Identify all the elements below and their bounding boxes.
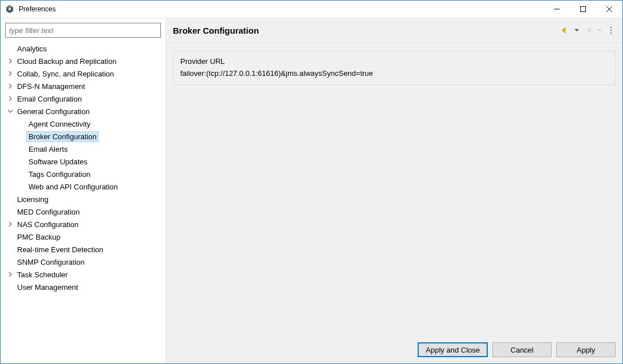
chevron-right-icon[interactable] [6, 82, 14, 90]
apply-button[interactable]: Apply [556, 342, 616, 357]
preferences-window: Preferences AnalyticsCloud Backup and Re… [0, 0, 623, 364]
cancel-button[interactable]: Cancel [492, 342, 552, 357]
provider-url-value: failover:(tcp://127.0.0.1:61616)&jms.alw… [180, 69, 608, 78]
tree-item-label: Licensing [15, 195, 50, 204]
tree-item[interactable]: MED Configuration [5, 205, 161, 218]
view-menu-icon[interactable] [606, 26, 616, 35]
svg-point-2 [9, 8, 11, 10]
back-icon[interactable] [561, 26, 570, 35]
tree-item[interactable]: Tags Configuration [5, 168, 161, 180]
tree-item-label: Cloud Backup and Replication [15, 56, 118, 66]
window-title: Preferences [19, 5, 56, 13]
chevron-right-icon[interactable] [6, 220, 14, 228]
tree-item[interactable]: General Configuration [5, 105, 161, 118]
tree-item-label: Real-time Event Detection [15, 245, 105, 254]
tree-item[interactable]: Broker Configuration [5, 130, 161, 143]
tree-item-label: MED Configuration [15, 207, 82, 217]
forward-menu-icon[interactable] [595, 26, 604, 35]
tree-item-label: Task Scheduler [15, 270, 70, 280]
tree-item-label: Analytics [15, 44, 48, 54]
tree-item[interactable]: Software Updates [5, 155, 161, 168]
tree-item[interactable]: SNMP Configuration [5, 256, 161, 268]
page-title: Broker Configuration [173, 26, 561, 35]
window-controls [544, 1, 622, 18]
tree-item-label: Collab, Sync, and Replication [15, 69, 116, 79]
chevron-down-icon[interactable] [6, 107, 14, 115]
provider-url-label: Provider URL [180, 57, 608, 66]
svg-point-4 [610, 27, 612, 28]
close-button[interactable] [596, 1, 622, 18]
sidebar: AnalyticsCloud Backup and ReplicationCol… [1, 18, 166, 363]
maximize-button[interactable] [570, 1, 596, 18]
svg-point-5 [610, 30, 612, 31]
tree-item-label: Software Updates [27, 157, 89, 167]
filter-input[interactable] [5, 23, 161, 38]
tree-item-label: Broker Configuration [27, 132, 98, 141]
forward-icon[interactable] [584, 26, 593, 35]
tree-item-label: Email Configuration [15, 94, 83, 104]
tree-item[interactable]: Web and API Configuration [5, 180, 161, 193]
app-icon [5, 5, 14, 14]
tree-item[interactable]: Email Alerts [5, 143, 161, 155]
tree-item[interactable]: Cloud Backup and Replication [5, 55, 161, 67]
dialog-body: AnalyticsCloud Backup and ReplicationCol… [1, 18, 622, 363]
header-toolbar [561, 26, 616, 35]
tree-item-label: General Configuration [15, 107, 91, 116]
tree-item[interactable]: Real-time Event Detection [5, 243, 161, 256]
tree-item[interactable]: Task Scheduler [5, 268, 161, 281]
chevron-right-icon[interactable] [6, 95, 14, 103]
tree-item-label: SNMP Configuration [15, 257, 86, 267]
back-menu-icon[interactable] [572, 26, 581, 35]
tree-item-label: Tags Configuration [27, 169, 92, 179]
tree-item-label: Agent Connectivity [27, 119, 92, 129]
preferences-tree[interactable]: AnalyticsCloud Backup and ReplicationCol… [5, 42, 161, 359]
provider-url-group: Provider URL failover:(tcp://127.0.0.1:6… [173, 51, 616, 85]
tree-item-label: PMC Backup [15, 232, 62, 242]
tree-item-label: NAS Configuration [15, 220, 80, 229]
tree-item[interactable]: Analytics [5, 42, 161, 55]
tree-item[interactable]: PMC Backup [5, 230, 161, 243]
tree-item[interactable]: Email Configuration [5, 92, 161, 105]
content-pane: Broker Configuration [166, 18, 622, 363]
tree-item-label: Email Alerts [27, 144, 70, 154]
chevron-right-icon[interactable] [6, 57, 14, 65]
tree-item[interactable]: DFS-N Management [5, 80, 161, 92]
tree-item[interactable]: NAS Configuration [5, 218, 161, 230]
tree-item[interactable]: Collab, Sync, and Replication [5, 67, 161, 80]
tree-item[interactable]: Licensing [5, 193, 161, 205]
tree-item-label: DFS-N Management [15, 82, 87, 91]
tree-item-label: User Management [15, 282, 80, 292]
apply-and-close-button[interactable]: Apply and Close [418, 342, 488, 357]
button-bar: Apply and Close Cancel Apply [166, 335, 622, 363]
chevron-right-icon[interactable] [6, 70, 14, 78]
minimize-button[interactable] [544, 1, 570, 18]
svg-point-6 [610, 33, 612, 34]
chevron-right-icon[interactable] [6, 270, 14, 278]
titlebar: Preferences [1, 1, 622, 18]
svg-rect-3 [581, 7, 586, 12]
tree-item[interactable]: User Management [5, 281, 161, 293]
content-header: Broker Configuration [166, 18, 622, 43]
tree-item-label: Web and API Configuration [27, 182, 120, 192]
content-body: Provider URL failover:(tcp://127.0.0.1:6… [166, 43, 622, 335]
tree-item[interactable]: Agent Connectivity [5, 118, 161, 130]
